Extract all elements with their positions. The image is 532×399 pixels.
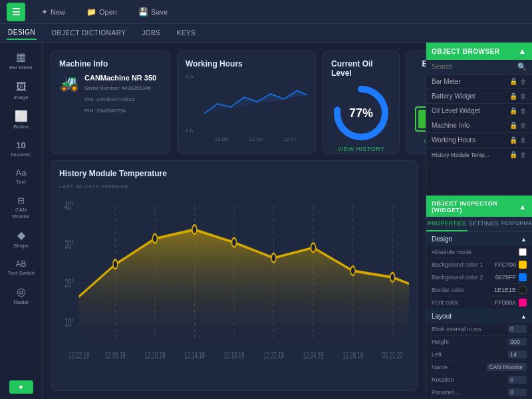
svg-point-28 bbox=[350, 266, 355, 275]
left-sidebar: ▦ Bar Meter 🖼 Image ⬜ Button 10 Numeric … bbox=[0, 43, 43, 399]
obj-inspector-title: OBJECT INSPECTOR (WIDGET) bbox=[432, 200, 519, 213]
bg-color1-swatch[interactable] bbox=[519, 261, 527, 269]
svg-point-23 bbox=[152, 234, 157, 243]
new-icon: ✦ bbox=[41, 7, 48, 17]
battery-cell-1 bbox=[418, 110, 426, 128]
main-layout: ▦ Bar Meter 🖼 Image ⬜ Button 10 Numeric … bbox=[0, 43, 532, 399]
inspector-row-name: Name bbox=[426, 361, 532, 374]
obj-item-working-hours[interactable]: Working Hours 🔒 🗑 bbox=[426, 133, 532, 148]
new-button[interactable]: ✦ New bbox=[36, 5, 70, 19]
radial-icon: ◎ bbox=[17, 287, 26, 297]
svg-point-29 bbox=[390, 273, 395, 282]
delete-icon: 🗑 bbox=[520, 122, 527, 129]
lock-icon: 🔒 bbox=[509, 78, 517, 85]
svg-point-26 bbox=[271, 253, 276, 263]
name-input[interactable] bbox=[487, 363, 527, 371]
tab-keys[interactable]: KEYS bbox=[176, 27, 198, 39]
lock-icon: 🔒 bbox=[509, 151, 517, 158]
inspector-tab-settings[interactable]: SETTINGS bbox=[467, 217, 500, 231]
machine-pin: PIN: 3546345734 bbox=[84, 107, 156, 116]
layout-collapse-icon[interactable]: ▲ bbox=[521, 313, 527, 320]
right-sidebar: OBJECT BROWSER ▲ 🔍 Bar Meter 🔒 🗑 Battery… bbox=[426, 43, 532, 399]
machine-vin: VIN: 2444644742823 bbox=[84, 96, 156, 104]
menu-icon: ☰ bbox=[12, 7, 21, 17]
collapse-icon[interactable]: ▲ bbox=[519, 47, 527, 56]
blink-interval-input[interactable] bbox=[508, 325, 527, 333]
obj-item-machine-info[interactable]: Machine Info 🔒 🗑 bbox=[426, 118, 532, 133]
lock-icon: 🔒 bbox=[509, 136, 517, 144]
height-input[interactable] bbox=[508, 338, 527, 346]
history-temp-chart: 40° 30° 20° 10° bbox=[59, 194, 409, 380]
svg-text:40°: 40° bbox=[65, 200, 73, 213]
object-inspector: OBJECT INSPECTOR (WIDGET) ▲ PROPERTIES S… bbox=[426, 196, 532, 399]
sidebar-item-image[interactable]: 🖼 Image bbox=[5, 78, 38, 105]
tab-design[interactable]: DESIGN bbox=[7, 26, 37, 40]
inspector-row-bg-color2: Background color 2 0678FF bbox=[426, 271, 532, 284]
inspector-tab-performance[interactable]: PERFORMA... bbox=[500, 217, 532, 231]
border-color-swatch[interactable] bbox=[519, 286, 527, 294]
rotation-input[interactable] bbox=[508, 376, 527, 384]
svg-text:12.10.19: 12.10.19 bbox=[144, 349, 165, 361]
x-label-2: 12.10 bbox=[249, 136, 262, 142]
inspector-row-paramet: Paramet... bbox=[426, 386, 532, 399]
tractor-icon: 🚜 bbox=[59, 74, 79, 92]
svg-point-27 bbox=[311, 243, 316, 253]
can-monitor-icon: ⊟ bbox=[17, 196, 25, 205]
svg-text:01.01.20: 01.01.20 bbox=[382, 349, 403, 361]
svg-text:12.22.19: 12.22.19 bbox=[263, 349, 284, 361]
menu-button[interactable]: ☰ bbox=[7, 3, 25, 21]
machine-serial: Serial Number: 4438356346 bbox=[84, 84, 156, 93]
sidebar-item-can-monitor[interactable]: ⊟ CAN Monitor bbox=[5, 192, 38, 223]
sidebar-item-shape[interactable]: ◆ Shape bbox=[5, 226, 38, 253]
sidebar-item-numeric[interactable]: 10 Numeric bbox=[5, 137, 38, 162]
svg-text:10°: 10° bbox=[65, 315, 73, 329]
inspector-row-font-color: Font color FF008A bbox=[426, 297, 532, 309]
battery-body bbox=[415, 106, 426, 132]
bar-meter-icon: ▦ bbox=[16, 52, 26, 63]
design-collapse-icon[interactable]: ▲ bbox=[521, 236, 527, 243]
oil-level-title: Current Oil Level bbox=[331, 59, 391, 78]
working-hours-chart bbox=[204, 74, 307, 127]
tab-jobs[interactable]: JOBS bbox=[140, 27, 162, 39]
inspector-row-rotation: Rotation bbox=[426, 374, 532, 386]
absolute-mode-checkbox[interactable] bbox=[519, 248, 527, 256]
view-history-link[interactable]: VIEW HISTORY bbox=[337, 146, 384, 152]
inspector-tab-properties[interactable]: PROPERTIES bbox=[426, 217, 467, 231]
sidebar-item-bar-meter[interactable]: ▦ Bar Meter bbox=[5, 48, 38, 75]
toolbar: ☰ ✦ New 📁 Open 💾 Save bbox=[0, 0, 532, 24]
history-temp-title: History Module Temperature bbox=[59, 169, 409, 178]
inspector-design-section: Design ▲ Absolute mode Background color … bbox=[426, 232, 532, 309]
left-input[interactable] bbox=[508, 350, 527, 358]
sidebar-item-text[interactable]: Aa Text bbox=[5, 164, 38, 190]
lock-icon: 🔒 bbox=[509, 107, 517, 114]
sidebar-item-radial[interactable]: ◎ Radial bbox=[5, 283, 38, 310]
search-input[interactable] bbox=[432, 63, 515, 70]
tab-object-dictionary[interactable]: OBJECT DICTIONARY bbox=[50, 27, 127, 39]
obj-item-battery-widget[interactable]: Battery Widget 🔒 🗑 bbox=[426, 89, 532, 104]
history-temp-card: History Module Temperature LAST 30 DAYS … bbox=[51, 160, 418, 391]
obj-item-history-module[interactable]: History Module Temp... 🔒 🗑 bbox=[426, 148, 532, 162]
font-color-swatch[interactable] bbox=[519, 299, 527, 307]
y-label-8h: 8 h bbox=[186, 74, 193, 80]
svg-text:30°: 30° bbox=[65, 238, 73, 251]
save-button[interactable]: 💾 Save bbox=[133, 5, 173, 19]
oil-level-card: Current Oil Level 77% VIEW HISTORY bbox=[323, 51, 400, 154]
delete-icon: 🗑 bbox=[520, 92, 527, 100]
open-button[interactable]: 📁 Open bbox=[81, 5, 122, 19]
bg-color2-swatch[interactable] bbox=[519, 273, 527, 281]
obj-item-oil-level-widget[interactable]: Oil Level Widget 🔒 🗑 bbox=[426, 104, 532, 118]
obj-item-bar-meter[interactable]: Bar Meter 🔒 🗑 bbox=[426, 74, 532, 89]
working-hours-card: Working Hours 8 h 6 h bbox=[177, 51, 316, 154]
paramet-input[interactable] bbox=[508, 388, 527, 396]
sidebar-item-text-switch[interactable]: AB Text Switch bbox=[5, 256, 38, 281]
battery-state-card: Battery State 84% VIEW DETAILS bbox=[406, 51, 426, 154]
history-temp-subtitle: LAST 30 DAYS AVERAGE bbox=[59, 184, 409, 190]
svg-text:12.28.19: 12.28.19 bbox=[342, 349, 363, 361]
svg-text:12.24.19: 12.24.19 bbox=[303, 349, 324, 361]
inspector-collapse-icon[interactable]: ▲ bbox=[519, 203, 527, 211]
inspector-tab-bar: PROPERTIES SETTINGS PERFORMA... bbox=[426, 217, 532, 232]
inspector-row-left: Left bbox=[426, 348, 532, 361]
sidebar-item-button[interactable]: ⬜ Button bbox=[5, 107, 38, 134]
sidebar-scroll-down[interactable]: ▼ bbox=[9, 380, 33, 394]
numeric-icon: 10 bbox=[16, 141, 25, 150]
